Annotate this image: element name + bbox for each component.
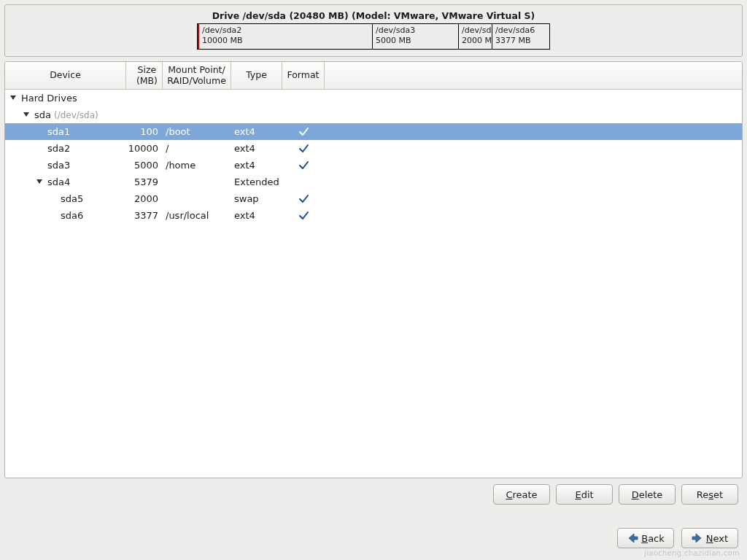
back-button[interactable]: Back xyxy=(617,528,674,548)
type-cell: ext4 xyxy=(231,143,282,154)
mount-cell: / xyxy=(163,143,231,154)
col-header-spacer xyxy=(325,62,742,89)
partition-row[interactable]: sda63377/usr/localext4 xyxy=(5,207,742,224)
checkmark-icon xyxy=(298,210,309,222)
format-cell xyxy=(282,126,325,138)
device-label: Hard Drives xyxy=(21,93,77,104)
device-label: sda3 xyxy=(47,160,70,171)
action-button-row: Create Edit Delete Reset xyxy=(4,478,743,508)
expander-icon xyxy=(36,144,44,153)
partition-row[interactable]: sda1100/bootext4 xyxy=(5,123,742,140)
col-header-format[interactable]: Format xyxy=(282,62,325,89)
drive-title: Drive /dev/sda (20480 MB) (Model: VMware… xyxy=(212,10,535,21)
expander-icon[interactable] xyxy=(23,111,31,120)
size-cell: 2000 xyxy=(126,193,163,204)
table-header: Device Size(MB) Mount Point/RAID/Volume … xyxy=(5,62,742,90)
checkmark-icon xyxy=(298,193,309,205)
col-header-mount[interactable]: Mount Point/RAID/Volume xyxy=(163,62,231,89)
format-cell xyxy=(282,193,325,205)
type-cell: swap xyxy=(231,193,282,204)
size-cell: 3377 xyxy=(126,210,163,221)
checkmark-icon xyxy=(298,160,309,171)
delete-button[interactable]: Delete xyxy=(619,484,676,505)
format-cell xyxy=(282,210,325,222)
size-cell: 5000 xyxy=(126,160,163,171)
expander-icon[interactable] xyxy=(36,178,44,187)
drive-segment[interactable]: /dev/sda210000 MB xyxy=(198,24,373,49)
col-header-type[interactable]: Type xyxy=(231,62,282,89)
expander-icon xyxy=(49,195,58,203)
type-cell: ext4 xyxy=(231,126,282,137)
partition-table-panel: Device Size(MB) Mount Point/RAID/Volume … xyxy=(4,61,743,478)
device-label: sda6 xyxy=(61,210,83,221)
partition-row[interactable]: sda52000swap xyxy=(5,190,742,207)
device-label: sda2 xyxy=(47,143,70,154)
format-cell xyxy=(282,160,325,171)
arrow-right-icon xyxy=(692,533,703,543)
col-header-size[interactable]: Size(MB) xyxy=(126,62,163,89)
type-cell: ext4 xyxy=(231,210,282,221)
type-cell: ext4 xyxy=(231,160,282,171)
drive-partition-bar: /dev/sda210000 MB/dev/sda35000 MB/dev/sd… xyxy=(197,23,550,50)
size-cell: 5379 xyxy=(126,176,163,187)
drive-segment[interactable]: /dev/sda35000 MB xyxy=(373,24,459,49)
mount-cell: /boot xyxy=(163,126,231,137)
watermark-text: jiaocheng.chazidian.com xyxy=(644,549,740,557)
device-label: sda5 xyxy=(61,193,83,204)
format-cell xyxy=(282,143,325,155)
checkmark-icon xyxy=(298,143,309,155)
size-cell: 10000 xyxy=(126,143,163,154)
tree-group-row[interactable]: Hard Drives xyxy=(5,90,742,106)
drive-summary-panel: Drive /dev/sda (20480 MB) (Model: VMware… xyxy=(4,4,743,57)
arrow-left-icon xyxy=(627,533,638,543)
partition-tree[interactable]: Hard Drivessda(/dev/sda)sda1100/bootext4… xyxy=(5,90,742,224)
expander-icon xyxy=(49,211,58,220)
create-button[interactable]: Create xyxy=(493,484,550,505)
drive-segment[interactable]: /dev/sda63377 MB xyxy=(492,24,549,49)
tree-group-row[interactable]: sda45379Extended xyxy=(5,174,742,190)
reset-button[interactable]: Reset xyxy=(681,484,738,505)
size-cell: 100 xyxy=(126,126,163,137)
partition-row[interactable]: sda210000/ext4 xyxy=(5,140,742,157)
device-label: sda4 xyxy=(47,176,70,187)
edit-button[interactable]: Edit xyxy=(556,484,613,505)
mount-cell: /home xyxy=(163,160,231,171)
device-label: sda xyxy=(34,109,51,120)
expander-icon xyxy=(36,128,44,136)
expander-icon xyxy=(36,161,44,170)
device-label: sda1 xyxy=(47,126,70,137)
mount-cell: /usr/local xyxy=(163,210,231,221)
drive-segment[interactable]: /dev/sda52000 MB xyxy=(459,24,492,49)
tree-group-row[interactable]: sda(/dev/sda) xyxy=(5,106,742,123)
partition-row[interactable]: sda35000/homeext4 xyxy=(5,157,742,174)
expander-icon[interactable] xyxy=(9,94,18,103)
next-button[interactable]: Next xyxy=(681,528,738,548)
nav-button-row: Back Next xyxy=(617,528,738,548)
checkmark-icon xyxy=(298,126,309,138)
device-path-hint: (/dev/sda) xyxy=(54,110,98,120)
type-cell: Extended xyxy=(231,176,282,187)
col-header-device[interactable]: Device xyxy=(5,62,126,89)
